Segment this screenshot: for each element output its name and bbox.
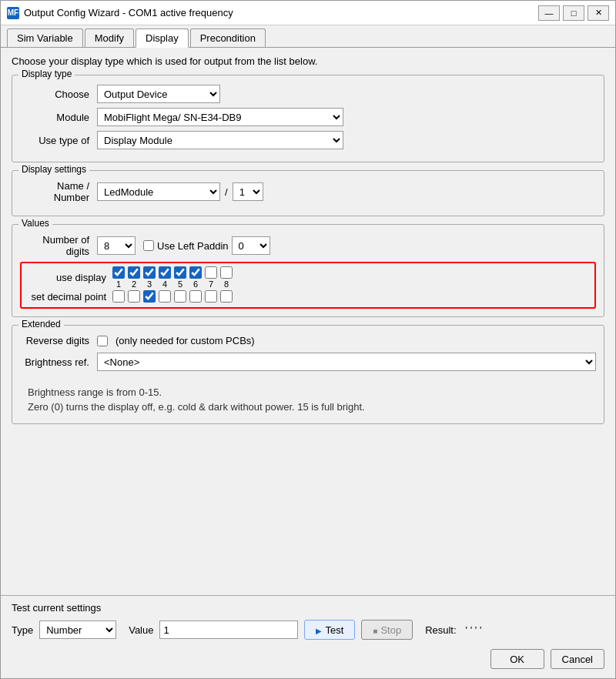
use-display-checkboxes: 1 2 3 4 [112, 266, 236, 289]
brightness-notes: Brightness range is from 0-15. Zero (0) … [20, 386, 596, 413]
decimal-cb-5 [174, 290, 186, 303]
display-type-title: Display type [18, 69, 75, 79]
value-input[interactable] [159, 620, 298, 639]
use-display-num-5: 5 [178, 279, 182, 289]
type-label: Type [12, 624, 33, 636]
app-icon: MF [7, 7, 19, 19]
use-display-check-2[interactable] [128, 266, 140, 279]
use-display-num-2: 2 [132, 279, 136, 289]
usetype-row: Use type of Display Module [20, 131, 596, 149]
tab-bar: Sim Variable Modify Display Precondition [1, 25, 615, 48]
brightness-note-1: Brightness range is from 0-15. [28, 386, 596, 398]
use-display-num-4: 4 [162, 279, 167, 289]
paddin-select[interactable]: 0 [232, 236, 270, 255]
values-title: Values [18, 218, 52, 229]
test-controls-row: Type Number Value Test Stop Result: ' ' … [12, 620, 604, 640]
tab-precondition[interactable]: Precondition [190, 28, 266, 47]
decimal-check-6[interactable] [189, 290, 202, 303]
use-display-cb-1: 1 [112, 266, 125, 289]
result-value: ' ' ' ' [466, 624, 482, 636]
choose-row: Choose Output Device [20, 85, 596, 103]
left-paddin-checkbox[interactable] [143, 240, 154, 251]
minimize-button[interactable]: — [538, 5, 560, 21]
ok-button[interactable]: OK [490, 649, 544, 669]
use-display-check-3[interactable] [143, 266, 156, 279]
use-display-section: use display 1 2 [20, 262, 596, 309]
extended-title: Extended [18, 319, 64, 329]
digits-row: Number of digits 8 Use Left Paddin 0 [20, 234, 596, 257]
values-group: Values Number of digits 8 Use Left Paddi… [12, 224, 604, 317]
decimal-check-4[interactable] [159, 290, 171, 303]
display-type-content: Choose Output Device Module MobiFlight M… [20, 85, 596, 149]
stop-icon [373, 624, 377, 636]
test-settings-title: Test current settings [12, 602, 101, 614]
name-select[interactable]: LedModule [97, 182, 220, 201]
use-display-cb-4: 4 [159, 266, 171, 289]
title-bar: MF Output Config Wizard - COM1 active fr… [1, 1, 615, 25]
left-paddin-group: Use Left Paddin 0 [143, 236, 270, 255]
maximize-button[interactable]: □ [563, 5, 584, 21]
number-select[interactable]: 1 [233, 182, 263, 201]
use-display-check-6[interactable] [189, 266, 202, 279]
pcb-note: (only needed for custom PCBs) [116, 335, 255, 346]
bottom-section: Test current settings Type Number Value … [1, 595, 615, 678]
left-paddin-label: Use Left Paddin [157, 240, 229, 252]
slash-divider: / [225, 186, 228, 198]
reverse-digits-checkbox[interactable] [97, 336, 108, 346]
content-area: Choose your display type which is used f… [1, 48, 615, 595]
use-display-check-1[interactable] [112, 266, 125, 279]
decimal-check-1[interactable] [112, 290, 125, 303]
use-display-check-7[interactable] [205, 266, 217, 279]
decimal-cb-2 [128, 290, 140, 303]
decimal-check-5[interactable] [174, 290, 186, 303]
cancel-button[interactable]: Cancel [551, 649, 604, 669]
use-display-check-5[interactable] [174, 266, 186, 279]
use-display-label: use display [28, 272, 112, 283]
name-number-row: Name / Number LedModule / 1 [20, 180, 596, 203]
decimal-check-2[interactable] [128, 290, 140, 303]
close-button[interactable]: ✕ [588, 5, 609, 21]
brightness-label: Brightness ref. [20, 356, 97, 368]
use-display-cb-5: 5 [174, 266, 186, 289]
name-label: Name / Number [20, 180, 97, 203]
display-settings-content: Name / Number LedModule / 1 [20, 180, 596, 203]
use-display-check-4[interactable] [159, 266, 171, 279]
tab-sim-variable[interactable]: Sim Variable [7, 28, 83, 47]
decimal-checkboxes [112, 290, 236, 303]
use-display-num-7: 7 [209, 279, 213, 289]
tab-modify[interactable]: Modify [85, 28, 134, 47]
use-display-num-6: 6 [193, 279, 198, 289]
display-type-group: Display type Choose Output Device Module… [12, 75, 604, 162]
use-display-num-8: 8 [224, 279, 229, 289]
type-select[interactable]: Number [39, 620, 116, 639]
module-select[interactable]: MobiFlight Mega/ SN-E34-DB9 [97, 108, 343, 126]
decimal-check-7[interactable] [205, 290, 217, 303]
display-settings-group: Display settings Name / Number LedModule… [12, 170, 604, 216]
main-window: MF Output Config Wizard - COM1 active fr… [0, 0, 616, 679]
result-label: Result: [425, 624, 456, 636]
test-button[interactable]: Test [304, 620, 355, 640]
decimal-cb-3 [143, 290, 156, 303]
choose-select[interactable]: Output Device [97, 85, 220, 103]
digits-select[interactable]: 8 [97, 236, 136, 255]
usetype-label: Use type of [20, 135, 97, 146]
choose-label: Choose [20, 89, 97, 100]
tab-display[interactable]: Display [136, 28, 189, 48]
use-display-num-3: 3 [147, 279, 152, 289]
brightness-row: Brightness ref. <None> [20, 353, 596, 371]
stop-button[interactable]: Stop [361, 620, 413, 640]
use-display-cb-6: 6 [189, 266, 202, 289]
value-label: Value [129, 624, 153, 636]
module-row: Module MobiFlight Mega/ SN-E34-DB9 [20, 108, 596, 126]
brightness-note-2: Zero (0) turns the display off, e.g. col… [28, 401, 596, 413]
use-display-cb-8: 8 [220, 266, 233, 289]
module-label: Module [20, 112, 97, 123]
usetype-select[interactable]: Display Module [97, 131, 343, 149]
decimal-check-3[interactable] [143, 290, 156, 303]
brightness-select[interactable]: <None> [97, 353, 596, 371]
use-display-check-8[interactable] [220, 266, 233, 279]
reverse-checkbox-group: (only needed for custom PCBs) [97, 335, 255, 346]
decimal-cb-4 [159, 290, 171, 303]
use-display-num-1: 1 [116, 279, 121, 289]
decimal-check-8[interactable] [220, 290, 233, 303]
